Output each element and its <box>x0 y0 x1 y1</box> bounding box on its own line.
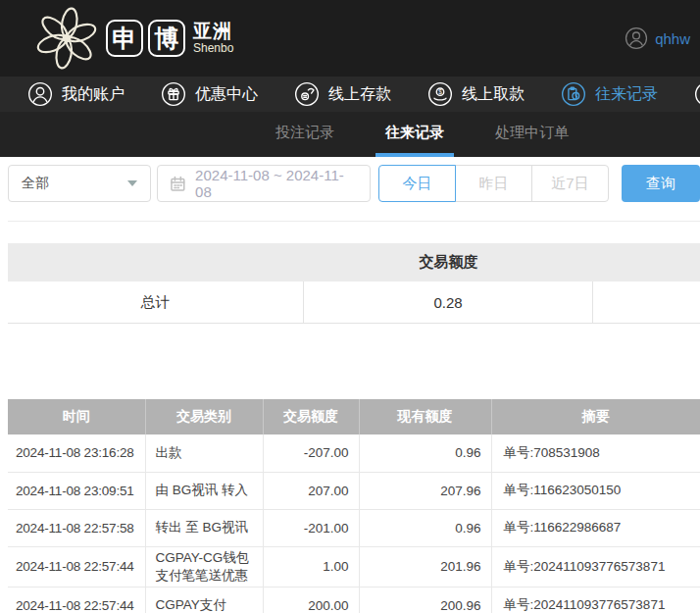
filter-bar: 全部 2024-11-08 ~ 2024-11-08 今日 昨日 近7日 查询 <box>8 165 700 202</box>
nav-item-deposit[interactable]: 线上存款 <box>294 81 391 107</box>
yesterday-button[interactable]: 昨日 <box>455 165 532 202</box>
summary-total-row: 总计 0.28 <box>8 281 700 324</box>
cell-balance: 200.96 <box>359 587 491 613</box>
avatar-icon <box>625 26 648 50</box>
user-icon <box>27 81 53 107</box>
cell-summary: 单号:202411093776573871 <box>491 587 700 613</box>
search-button[interactable]: 查询 <box>622 165 700 202</box>
logo-subtitle: Shenbo <box>193 42 233 55</box>
summary-total-value: 0.28 <box>304 281 593 323</box>
nav-label: 优惠中心 <box>195 84 258 105</box>
gift-icon <box>161 81 186 107</box>
category-select[interactable]: 全部 <box>8 165 151 202</box>
records-header-row: 时间 交易类别 交易额度 现有额度 摘要 <box>8 399 700 434</box>
tab-transaction-records[interactable]: 往来记录 <box>375 112 454 157</box>
date-range-input[interactable]: 2024-11-08 ~ 2024-11-08 <box>157 165 371 202</box>
nav-label: 往来记录 <box>595 84 658 105</box>
summary-table-header: 交易额度 <box>8 243 700 281</box>
table-row: 2024-11-08 23:09:51 由 BG视讯 转入 207.00 207… <box>8 472 700 509</box>
table-row: 2024-11-08 22:57:58 转出 至 BG视讯 -201.00 0.… <box>8 509 700 546</box>
category-select-value: 全部 <box>22 175 49 192</box>
nav-label: 线上取款 <box>462 84 525 105</box>
table-row: 2024-11-08 22:57:44 CGPAY支付 200.00 200.9… <box>8 587 700 613</box>
tab-betting-records[interactable]: 投注记录 <box>266 112 344 157</box>
cell-time: 2024-11-08 23:16:28 <box>8 434 145 472</box>
summary-header-label: 交易额度 <box>304 253 593 272</box>
records-icon <box>561 81 586 107</box>
nav-item-my-account[interactable]: 我的账户 <box>27 81 125 107</box>
nav-item-promotions[interactable]: 优惠中心 <box>161 81 258 107</box>
today-button[interactable]: 今日 <box>378 165 456 202</box>
logo-char-shen: 申 <box>106 20 143 57</box>
cell-summary: 单号:202411093776573871 <box>491 546 700 587</box>
logo-char-bo: 博 <box>148 20 185 57</box>
cell-type: CGPAY支付 <box>145 587 263 613</box>
cell-type: 出款 <box>145 434 263 472</box>
last-7-days-button[interactable]: 近7日 <box>531 165 609 202</box>
logo-wordmark: 申 博 亚洲 Shenbo <box>106 20 233 57</box>
tab-pending-orders[interactable]: 处理中订单 <box>485 112 578 157</box>
cell-amount: 207.00 <box>263 472 359 509</box>
username-text: qhhw <box>655 30 690 47</box>
col-header-summary: 摘要 <box>491 399 700 434</box>
nav-item-messages[interactable]: 信 <box>694 81 700 107</box>
nav-label: 线上存款 <box>328 84 391 105</box>
table-row: 2024-11-08 23:16:28 出款 -207.00 0.96 单号:7… <box>8 434 700 472</box>
bell-icon <box>694 81 700 107</box>
calendar-icon <box>170 176 186 192</box>
summary-empty-cell <box>593 281 700 323</box>
cell-summary: 单号:116622986687 <box>491 509 700 546</box>
cell-amount: -201.00 <box>263 509 359 546</box>
date-range-value: 2024-11-08 ~ 2024-11-08 <box>195 167 358 200</box>
summary-total-label: 总计 <box>8 281 304 323</box>
col-header-balance: 现有额度 <box>359 399 491 434</box>
col-header-time: 时间 <box>8 399 145 434</box>
cell-balance: 0.96 <box>359 509 491 546</box>
deposit-icon <box>294 81 320 107</box>
cell-balance: 0.96 <box>359 434 491 472</box>
summary-table: 交易额度 总计 0.28 <box>8 243 700 324</box>
svg-text:$: $ <box>438 88 442 95</box>
cell-summary: 单号:708531908 <box>491 434 700 472</box>
nav-item-transaction-records[interactable]: 往来记录 <box>561 81 658 107</box>
quick-date-buttons: 今日 昨日 近7日 <box>378 165 609 202</box>
logo-region-label: 亚洲 <box>193 22 233 42</box>
cell-balance: 207.96 <box>359 472 491 509</box>
col-header-amount: 交易额度 <box>263 399 359 434</box>
table-row: 2024-11-08 22:57:44 CGPAY-CG钱包支付笔笔送优惠 1.… <box>8 546 700 587</box>
records-table: 时间 交易类别 交易额度 现有额度 摘要 2024-11-08 23:16:28… <box>8 399 700 613</box>
cell-amount: 200.00 <box>263 587 359 613</box>
cell-time: 2024-11-08 22:57:58 <box>8 509 145 546</box>
main-nav: 我的账户 优惠中心 线上存款 $ 线上取款 <box>0 77 700 112</box>
cell-type: CGPAY-CG钱包支付笔笔送优惠 <box>145 546 263 587</box>
cell-balance: 201.96 <box>359 546 491 587</box>
cell-time: 2024-11-08 23:09:51 <box>8 472 145 509</box>
cell-time: 2024-11-08 22:57:44 <box>8 587 145 613</box>
site-header: 申 博 亚洲 Shenbo qhhw <box>0 0 700 77</box>
col-header-type: 交易类别 <box>145 399 263 434</box>
withdraw-icon: $ <box>427 81 453 107</box>
cell-amount: 1.00 <box>263 546 359 587</box>
user-account-area[interactable]: qhhw <box>625 26 690 50</box>
flower-logo-icon <box>33 5 100 72</box>
cell-amount: -207.00 <box>263 434 359 472</box>
chevron-down-icon <box>127 180 137 186</box>
cell-summary: 单号:116623050150 <box>491 472 700 509</box>
cell-type: 转出 至 BG视讯 <box>145 509 263 546</box>
cell-type: 由 BG视讯 转入 <box>145 472 263 509</box>
cell-time: 2024-11-08 22:57:44 <box>8 546 145 587</box>
nav-item-withdraw[interactable]: $ 线上取款 <box>427 81 525 107</box>
record-tabs: 投注记录 往来记录 处理中订单 <box>0 112 700 157</box>
section-divider <box>8 221 700 222</box>
nav-label: 我的账户 <box>62 84 125 105</box>
